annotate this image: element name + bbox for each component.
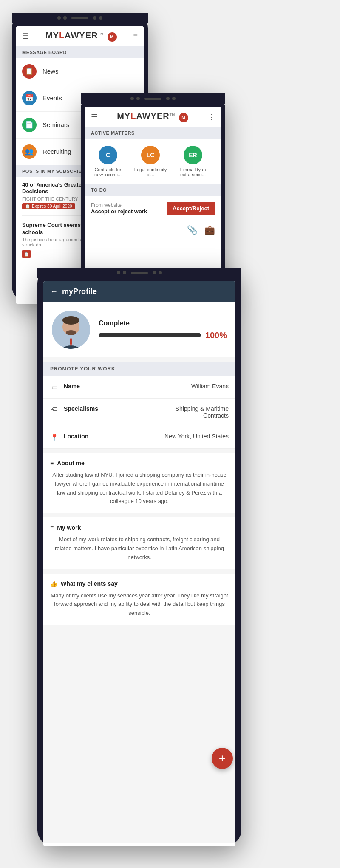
app-logo: MYLAWYERTM M bbox=[45, 31, 117, 42]
avatar-svg bbox=[52, 311, 90, 349]
logo-my: MY bbox=[45, 31, 59, 40]
phone2-app-logo: MYLAWYERTM M bbox=[117, 111, 188, 122]
todo-source: From website bbox=[91, 202, 147, 208]
seminars-icon: 📄 bbox=[22, 118, 37, 132]
phone1-speaker bbox=[71, 17, 88, 19]
name-label: Name bbox=[64, 383, 186, 390]
specialisms-icon: 🏷 bbox=[50, 406, 59, 413]
phone2-bottom-icon1[interactable]: 📎 bbox=[187, 225, 198, 235]
svg-point-3 bbox=[62, 316, 79, 325]
events-icon: 📅 bbox=[22, 91, 37, 105]
phone2-logo-tm: TM bbox=[170, 113, 176, 116]
field-specialisms[interactable]: 🏷 Specialisms Shipping & Maritime Contra… bbox=[43, 399, 235, 426]
matter-emma-avatar: ER bbox=[184, 146, 202, 164]
specialisms-label: Specialisms bbox=[64, 405, 147, 412]
profile-top: Complete 100% bbox=[43, 302, 235, 357]
section-work: ≡ My work Most of my work relates to shi… bbox=[43, 517, 235, 569]
work-title: ≡ My work bbox=[50, 524, 229, 531]
matter-legal[interactable]: LC Legal continuity pl... bbox=[133, 146, 167, 177]
phone3-speaker bbox=[131, 272, 148, 274]
phone2-hamburger-icon[interactable]: ☰ bbox=[91, 112, 98, 122]
phone2-logo-badge: M bbox=[179, 113, 188, 122]
work-label: My work bbox=[57, 524, 81, 531]
phone3-screen: ← myProfile bbox=[43, 281, 235, 846]
matter-contracts-avatar: C bbox=[99, 146, 117, 164]
phone1-camera2 bbox=[63, 16, 67, 20]
matter-contracts[interactable]: C Contracts for new incomi... bbox=[91, 146, 125, 177]
phone1-top-bar bbox=[12, 13, 148, 23]
profile-header-title: myProfile bbox=[62, 287, 97, 296]
tag-label: Expires 30 April 2020 bbox=[32, 204, 72, 209]
phone2-logo-l: L bbox=[130, 111, 136, 121]
phone3-top-bar bbox=[37, 268, 241, 278]
phone2-camera bbox=[130, 97, 134, 100]
profile-body: Complete 100% PROMOTE YOUR WORK ▭ Name W… bbox=[43, 302, 235, 843]
matter-emma-initials: ER bbox=[189, 152, 197, 158]
progress-bar-fill bbox=[99, 333, 201, 337]
todo-item: From website Accept or reject work Accep… bbox=[85, 196, 221, 221]
phone2-dots-icon[interactable]: ⋮ bbox=[207, 112, 215, 122]
phone2-logo-my: MY bbox=[117, 111, 130, 121]
profile-complete-section: Complete 100% bbox=[99, 319, 227, 340]
work-text: Most of my work relates to shipping cont… bbox=[50, 535, 229, 562]
logo-awyer: AWYER bbox=[65, 31, 98, 40]
phone3-dot1 bbox=[153, 271, 156, 274]
logo-tm: TM bbox=[98, 32, 104, 36]
phone2-logo-awyer: AWYER bbox=[136, 111, 169, 121]
matter-contracts-initials: C bbox=[106, 152, 110, 158]
location-label: Location bbox=[64, 433, 159, 440]
svg-point-4 bbox=[66, 330, 76, 335]
fab-button[interactable]: + bbox=[212, 748, 233, 769]
matter-legal-avatar: LC bbox=[141, 146, 160, 164]
todo-action: Accept or reject work bbox=[91, 208, 147, 215]
matter-contracts-label: Contracts for new incomi... bbox=[91, 167, 125, 177]
post2-icon: 📋 bbox=[22, 250, 31, 258]
matter-legal-label: Legal continuity pl... bbox=[133, 167, 167, 177]
hamburger-icon[interactable]: ☰ bbox=[22, 31, 29, 41]
menu-item-news[interactable]: 📋 News bbox=[16, 58, 144, 85]
active-matters-label: ACTIVE MATTERS bbox=[85, 127, 221, 139]
phone2-bottom-icon2[interactable]: 💼 bbox=[204, 225, 215, 235]
news-icon: 📋 bbox=[22, 64, 37, 79]
name-icon: ▭ bbox=[50, 383, 59, 391]
phone-myprofile: ← myProfile bbox=[37, 268, 241, 845]
progress-pct: 100% bbox=[205, 331, 227, 340]
phone2-top-bar bbox=[81, 93, 225, 104]
matter-emma[interactable]: ER Emma Ryan extra secu... bbox=[176, 146, 210, 177]
field-name[interactable]: ▭ Name William Evans bbox=[43, 376, 235, 399]
phone2-speaker bbox=[144, 98, 162, 100]
location-value: New York, United States bbox=[164, 433, 229, 440]
matter-legal-initials: LC bbox=[147, 152, 155, 158]
phone2-bottom-bar: 📎 💼 bbox=[85, 221, 221, 238]
accept-reject-button[interactable]: Accept/Reject bbox=[167, 202, 215, 215]
logo-l: L bbox=[59, 31, 65, 40]
phone1-dot1 bbox=[93, 16, 96, 20]
filter-icon[interactable]: ≡ bbox=[133, 31, 138, 40]
progress-row: 100% bbox=[99, 331, 227, 340]
field-location[interactable]: 📍 Location New York, United States bbox=[43, 426, 235, 449]
about-icon: ≡ bbox=[50, 460, 54, 467]
logo-badge: M bbox=[108, 32, 117, 42]
promote-work-header: PROMOTE YOUR WORK bbox=[43, 362, 235, 376]
todo-text-group: From website Accept or reject work bbox=[91, 202, 147, 215]
profile-avatar bbox=[52, 311, 90, 349]
seminars-label: Seminars bbox=[42, 121, 69, 128]
work-icon: ≡ bbox=[50, 524, 54, 531]
phone3-dot2 bbox=[159, 271, 162, 274]
recruiting-icon: 👥 bbox=[22, 144, 37, 159]
phone1-dot2 bbox=[99, 16, 102, 20]
profile-header-bar: ← myProfile bbox=[43, 281, 235, 302]
phone3-camera2 bbox=[123, 271, 126, 274]
phone2-camera2 bbox=[136, 97, 140, 100]
about-title: ≡ About me bbox=[50, 460, 229, 467]
location-icon: 📍 bbox=[50, 433, 59, 441]
phone3-camera bbox=[117, 271, 120, 274]
section-about: ≡ About me After studing law at NYU, I j… bbox=[43, 453, 235, 513]
events-label: Events bbox=[42, 94, 62, 102]
back-button[interactable]: ← bbox=[50, 287, 58, 296]
matter-emma-label: Emma Ryan extra secu... bbox=[176, 167, 210, 177]
name-value: William Evans bbox=[191, 383, 229, 390]
message-board-label: MESSAGE BOARD bbox=[16, 46, 144, 58]
specialisms-value: Shipping & Maritime Contracts bbox=[152, 405, 229, 419]
matters-row: C Contracts for new incomi... LC Legal c… bbox=[85, 139, 221, 184]
